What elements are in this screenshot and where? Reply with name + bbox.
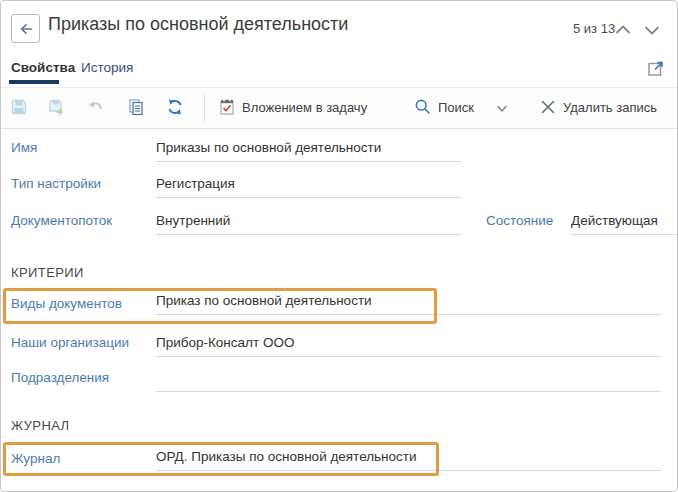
field-value-setting-type[interactable]: Регистрация <box>156 176 461 198</box>
save-button[interactable] <box>10 98 28 116</box>
attach-to-task-button[interactable] <box>218 98 236 116</box>
save-icon <box>10 98 28 116</box>
search-button[interactable] <box>414 98 432 116</box>
field-value-doc-kinds[interactable]: Приказ по основной деятельности <box>156 293 661 315</box>
field-value-document-flow[interactable]: Внутренний <box>156 213 461 235</box>
field-label-our-orgs: Наши организации <box>11 335 129 350</box>
field-label-document-flow: Документопоток <box>11 213 112 228</box>
open-in-new-window-button[interactable] <box>646 58 666 78</box>
next-record-button[interactable] <box>642 20 662 40</box>
save-as-button[interactable] <box>48 98 66 116</box>
undo-icon <box>87 98 105 116</box>
close-x-icon <box>539 98 557 116</box>
attach-to-task-label[interactable]: Вложением в задачу <box>242 100 367 115</box>
back-arrow-icon <box>18 21 34 37</box>
field-label-doc-kinds: Виды документов <box>11 296 122 311</box>
field-value-name[interactable]: Приказы по основной деятельности <box>156 140 461 162</box>
field-value-state[interactable]: Действующая <box>571 213 677 235</box>
save-as-icon <box>48 98 66 116</box>
refresh-button[interactable] <box>166 98 184 116</box>
copy-icon <box>127 98 145 116</box>
field-label-state: Состояние <box>486 213 553 228</box>
active-tab-underline <box>9 80 59 84</box>
page-title: Приказы по основной деятельности <box>48 14 348 35</box>
field-value-our-orgs[interactable]: Прибор-Консалт ООО <box>156 335 661 357</box>
tab-bar: Свойства История <box>1 53 677 88</box>
toolbar: Вложением в задачу Поиск Удалить запись <box>1 88 677 129</box>
delete-record-label[interactable]: Удалить запись <box>563 100 657 115</box>
field-value-journal[interactable]: ОРД. Приказы по основной деятельности <box>156 449 661 471</box>
magnifier-icon <box>414 98 432 116</box>
record-card-window: Приказы по основной деятельности 5 из 13… <box>0 0 678 492</box>
task-clipboard-icon <box>218 98 236 116</box>
search-label[interactable]: Поиск <box>438 100 474 115</box>
section-header-criteria: КРИТЕРИИ <box>11 265 84 280</box>
field-label-setting-type: Тип настройки <box>11 176 101 191</box>
back-button[interactable] <box>11 14 40 43</box>
undo-button[interactable] <box>87 98 105 116</box>
search-dropdown-chevron-icon[interactable] <box>495 102 509 116</box>
copy-button[interactable] <box>127 98 145 116</box>
previous-record-button[interactable] <box>613 20 633 40</box>
tab-history[interactable]: История <box>81 60 133 75</box>
chevron-up-icon <box>613 20 633 40</box>
refresh-icon <box>166 98 184 116</box>
open-in-new-window-icon <box>646 58 666 78</box>
field-value-departments[interactable] <box>156 370 661 392</box>
field-label-departments: Подразделения <box>11 370 109 385</box>
toolbar-separator <box>204 95 205 121</box>
record-counter: 5 из 13 <box>573 21 615 36</box>
field-label-journal: Журнал <box>11 451 60 466</box>
delete-record-button[interactable] <box>539 98 557 116</box>
section-header-journal: ЖУРНАЛ <box>11 418 70 433</box>
field-label-name: Имя <box>11 140 37 155</box>
chevron-down-icon <box>642 20 662 40</box>
tab-properties[interactable]: Свойства <box>11 60 75 75</box>
